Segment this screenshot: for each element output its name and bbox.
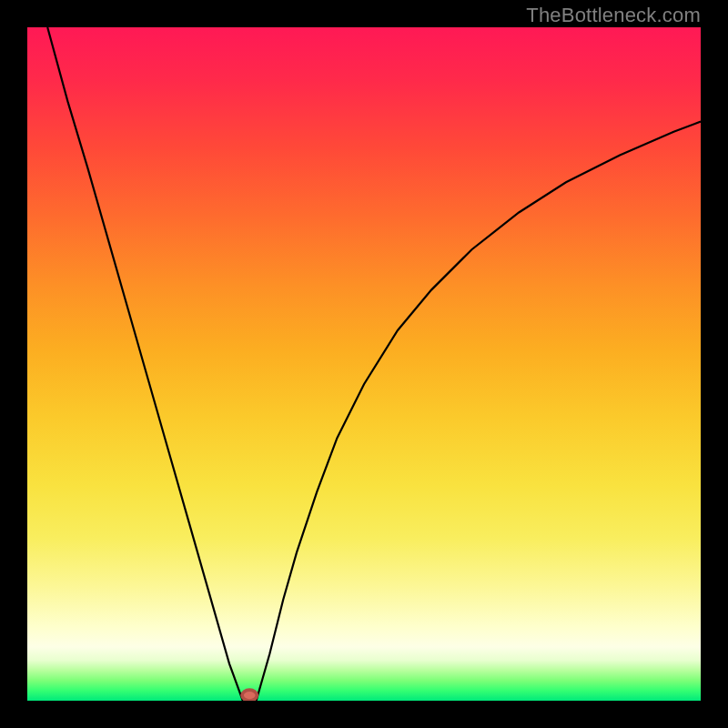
- chart-frame: TheBottleneck.com: [0, 0, 728, 728]
- plot-area: [27, 27, 701, 701]
- curve-left-branch: [47, 27, 243, 701]
- curve-right-branch: [257, 122, 701, 701]
- watermark-text: TheBottleneck.com: [526, 4, 701, 27]
- minimum-marker: [242, 690, 257, 701]
- curve-svg: [27, 27, 701, 701]
